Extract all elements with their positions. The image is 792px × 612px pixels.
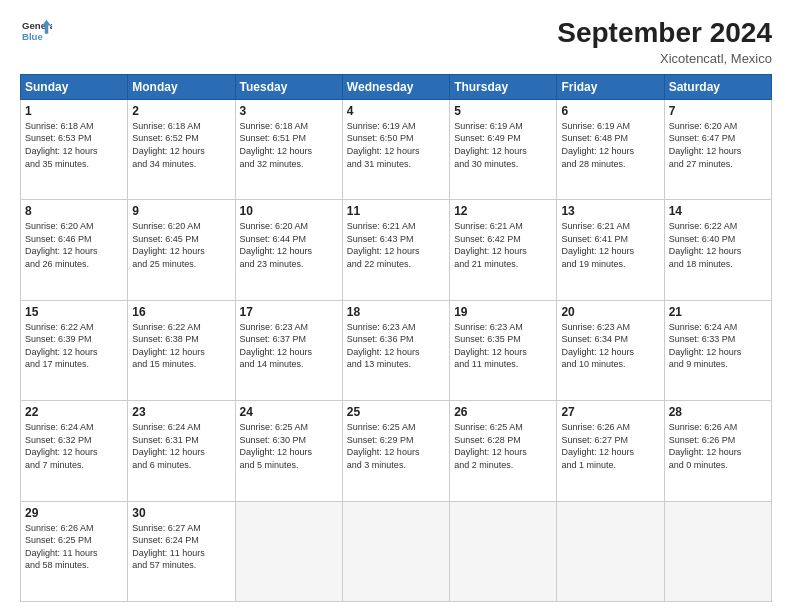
calendar-cell <box>235 501 342 601</box>
calendar-cell <box>342 501 449 601</box>
day-info: Sunrise: 6:25 AMSunset: 6:30 PMDaylight:… <box>240 421 338 471</box>
day-number: 6 <box>561 104 659 118</box>
day-number: 27 <box>561 405 659 419</box>
calendar-cell: 20Sunrise: 6:23 AMSunset: 6:34 PMDayligh… <box>557 300 664 400</box>
calendar-cell: 30Sunrise: 6:27 AMSunset: 6:24 PMDayligh… <box>128 501 235 601</box>
day-info: Sunrise: 6:21 AMSunset: 6:43 PMDaylight:… <box>347 220 445 270</box>
day-number: 1 <box>25 104 123 118</box>
calendar-cell: 2Sunrise: 6:18 AMSunset: 6:52 PMDaylight… <box>128 99 235 199</box>
calendar-cell: 17Sunrise: 6:23 AMSunset: 6:37 PMDayligh… <box>235 300 342 400</box>
calendar-cell: 28Sunrise: 6:26 AMSunset: 6:26 PMDayligh… <box>664 401 771 501</box>
day-number: 3 <box>240 104 338 118</box>
day-info: Sunrise: 6:23 AMSunset: 6:34 PMDaylight:… <box>561 321 659 371</box>
calendar-cell: 18Sunrise: 6:23 AMSunset: 6:36 PMDayligh… <box>342 300 449 400</box>
day-number: 26 <box>454 405 552 419</box>
calendar-cell <box>664 501 771 601</box>
calendar-cell: 3Sunrise: 6:18 AMSunset: 6:51 PMDaylight… <box>235 99 342 199</box>
day-number: 24 <box>240 405 338 419</box>
calendar-cell: 15Sunrise: 6:22 AMSunset: 6:39 PMDayligh… <box>21 300 128 400</box>
day-number: 28 <box>669 405 767 419</box>
day-number: 29 <box>25 506 123 520</box>
day-info: Sunrise: 6:24 AMSunset: 6:32 PMDaylight:… <box>25 421 123 471</box>
svg-text:Blue: Blue <box>22 31 43 42</box>
day-info: Sunrise: 6:21 AMSunset: 6:41 PMDaylight:… <box>561 220 659 270</box>
day-of-week-header: Sunday <box>21 74 128 99</box>
day-number: 5 <box>454 104 552 118</box>
day-number: 2 <box>132 104 230 118</box>
calendar-cell: 6Sunrise: 6:19 AMSunset: 6:48 PMDaylight… <box>557 99 664 199</box>
calendar-cell: 26Sunrise: 6:25 AMSunset: 6:28 PMDayligh… <box>450 401 557 501</box>
calendar-cell: 8Sunrise: 6:20 AMSunset: 6:46 PMDaylight… <box>21 200 128 300</box>
day-info: Sunrise: 6:19 AMSunset: 6:50 PMDaylight:… <box>347 120 445 170</box>
day-number: 9 <box>132 204 230 218</box>
day-number: 17 <box>240 305 338 319</box>
day-number: 7 <box>669 104 767 118</box>
day-info: Sunrise: 6:25 AMSunset: 6:28 PMDaylight:… <box>454 421 552 471</box>
day-info: Sunrise: 6:25 AMSunset: 6:29 PMDaylight:… <box>347 421 445 471</box>
day-number: 21 <box>669 305 767 319</box>
calendar-cell: 12Sunrise: 6:21 AMSunset: 6:42 PMDayligh… <box>450 200 557 300</box>
calendar-cell: 10Sunrise: 6:20 AMSunset: 6:44 PMDayligh… <box>235 200 342 300</box>
calendar-cell: 22Sunrise: 6:24 AMSunset: 6:32 PMDayligh… <box>21 401 128 501</box>
day-info: Sunrise: 6:20 AMSunset: 6:45 PMDaylight:… <box>132 220 230 270</box>
calendar-cell: 19Sunrise: 6:23 AMSunset: 6:35 PMDayligh… <box>450 300 557 400</box>
day-number: 11 <box>347 204 445 218</box>
calendar-cell: 24Sunrise: 6:25 AMSunset: 6:30 PMDayligh… <box>235 401 342 501</box>
calendar-cell: 21Sunrise: 6:24 AMSunset: 6:33 PMDayligh… <box>664 300 771 400</box>
calendar-cell: 25Sunrise: 6:25 AMSunset: 6:29 PMDayligh… <box>342 401 449 501</box>
day-info: Sunrise: 6:23 AMSunset: 6:36 PMDaylight:… <box>347 321 445 371</box>
day-number: 25 <box>347 405 445 419</box>
calendar-cell: 16Sunrise: 6:22 AMSunset: 6:38 PMDayligh… <box>128 300 235 400</box>
day-info: Sunrise: 6:26 AMSunset: 6:27 PMDaylight:… <box>561 421 659 471</box>
day-number: 12 <box>454 204 552 218</box>
day-of-week-header: Friday <box>557 74 664 99</box>
day-number: 14 <box>669 204 767 218</box>
day-info: Sunrise: 6:19 AMSunset: 6:49 PMDaylight:… <box>454 120 552 170</box>
day-info: Sunrise: 6:24 AMSunset: 6:33 PMDaylight:… <box>669 321 767 371</box>
day-info: Sunrise: 6:21 AMSunset: 6:42 PMDaylight:… <box>454 220 552 270</box>
day-info: Sunrise: 6:18 AMSunset: 6:52 PMDaylight:… <box>132 120 230 170</box>
day-info: Sunrise: 6:19 AMSunset: 6:48 PMDaylight:… <box>561 120 659 170</box>
day-number: 10 <box>240 204 338 218</box>
day-of-week-header: Thursday <box>450 74 557 99</box>
calendar-cell: 14Sunrise: 6:22 AMSunset: 6:40 PMDayligh… <box>664 200 771 300</box>
calendar-cell: 13Sunrise: 6:21 AMSunset: 6:41 PMDayligh… <box>557 200 664 300</box>
calendar-cell: 23Sunrise: 6:24 AMSunset: 6:31 PMDayligh… <box>128 401 235 501</box>
day-info: Sunrise: 6:20 AMSunset: 6:46 PMDaylight:… <box>25 220 123 270</box>
calendar-cell: 5Sunrise: 6:19 AMSunset: 6:49 PMDaylight… <box>450 99 557 199</box>
day-number: 15 <box>25 305 123 319</box>
logo: General Blue <box>20 18 52 46</box>
day-info: Sunrise: 6:18 AMSunset: 6:51 PMDaylight:… <box>240 120 338 170</box>
location-subtitle: Xicotencatl, Mexico <box>557 51 772 66</box>
day-number: 16 <box>132 305 230 319</box>
day-number: 13 <box>561 204 659 218</box>
day-info: Sunrise: 6:26 AMSunset: 6:26 PMDaylight:… <box>669 421 767 471</box>
day-number: 30 <box>132 506 230 520</box>
logo-icon: General Blue <box>20 18 52 46</box>
day-info: Sunrise: 6:20 AMSunset: 6:47 PMDaylight:… <box>669 120 767 170</box>
day-number: 4 <box>347 104 445 118</box>
title-block: September 2024 Xicotencatl, Mexico <box>557 18 772 66</box>
day-info: Sunrise: 6:23 AMSunset: 6:37 PMDaylight:… <box>240 321 338 371</box>
day-number: 23 <box>132 405 230 419</box>
calendar-cell: 27Sunrise: 6:26 AMSunset: 6:27 PMDayligh… <box>557 401 664 501</box>
day-info: Sunrise: 6:23 AMSunset: 6:35 PMDaylight:… <box>454 321 552 371</box>
calendar-cell: 9Sunrise: 6:20 AMSunset: 6:45 PMDaylight… <box>128 200 235 300</box>
day-info: Sunrise: 6:22 AMSunset: 6:40 PMDaylight:… <box>669 220 767 270</box>
calendar-cell: 7Sunrise: 6:20 AMSunset: 6:47 PMDaylight… <box>664 99 771 199</box>
calendar-cell: 11Sunrise: 6:21 AMSunset: 6:43 PMDayligh… <box>342 200 449 300</box>
day-of-week-header: Monday <box>128 74 235 99</box>
calendar-cell: 1Sunrise: 6:18 AMSunset: 6:53 PMDaylight… <box>21 99 128 199</box>
day-info: Sunrise: 6:18 AMSunset: 6:53 PMDaylight:… <box>25 120 123 170</box>
day-info: Sunrise: 6:22 AMSunset: 6:39 PMDaylight:… <box>25 321 123 371</box>
day-of-week-header: Tuesday <box>235 74 342 99</box>
day-info: Sunrise: 6:20 AMSunset: 6:44 PMDaylight:… <box>240 220 338 270</box>
day-number: 19 <box>454 305 552 319</box>
page: General Blue September 2024 Xicotencatl,… <box>0 0 792 612</box>
day-number: 20 <box>561 305 659 319</box>
day-number: 18 <box>347 305 445 319</box>
day-info: Sunrise: 6:27 AMSunset: 6:24 PMDaylight:… <box>132 522 230 572</box>
day-of-week-header: Saturday <box>664 74 771 99</box>
day-of-week-header: Wednesday <box>342 74 449 99</box>
header: General Blue September 2024 Xicotencatl,… <box>20 18 772 66</box>
